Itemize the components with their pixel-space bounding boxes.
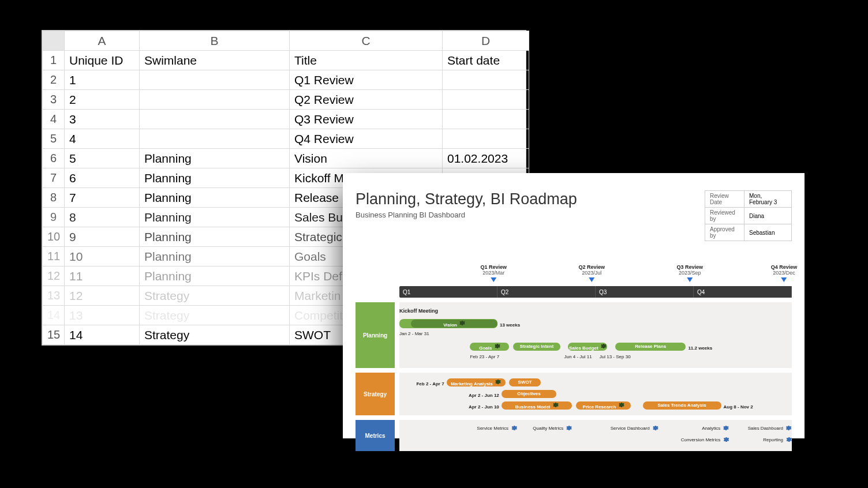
meta-key: Review Date	[705, 191, 744, 208]
col-header-C[interactable]: C	[290, 31, 443, 51]
lane-row: Jan 2 - Mar 31	[399, 330, 792, 340]
cell[interactable]	[443, 129, 529, 149]
lane-row: Conversion MetricsReporting	[399, 436, 792, 446]
task-bar[interactable]: Sales Trends AnalysisAug 8 - Nov 2	[643, 401, 721, 410]
cell[interactable]: Planning	[140, 227, 290, 247]
table-row: 5 4 Q4 Review	[43, 129, 529, 149]
metric-chip[interactable]: Service Dashboard	[611, 425, 659, 431]
cell[interactable]: Q2 Review	[290, 90, 443, 110]
cell[interactable]: Q3 Review	[290, 110, 443, 129]
cell[interactable]: 5	[65, 149, 140, 168]
cell[interactable]	[140, 129, 290, 149]
lane-row: Marketing Analysis Feb 2 - Apr 7SWOT	[399, 377, 792, 388]
cell[interactable]: Planning	[140, 247, 290, 266]
cell[interactable]: Unique ID	[65, 51, 140, 70]
lane-row: Goals Strategic IntentSales Budget Relea…	[399, 341, 792, 352]
cell[interactable]: 14	[65, 325, 140, 345]
column-header-row: A B C D	[43, 31, 529, 51]
row-header[interactable]: 11	[43, 247, 65, 266]
col-header-B[interactable]: B	[140, 31, 290, 51]
row-header[interactable]: 1	[43, 51, 65, 70]
row-header[interactable]: 15	[43, 325, 65, 345]
roadmap-title: Planning, Strategy, BI Roadmap	[356, 190, 577, 208]
row-header[interactable]: 12	[43, 266, 65, 286]
cell[interactable]: 7	[65, 188, 140, 208]
gear-icon	[652, 425, 659, 431]
task-bar[interactable]: SWOT	[509, 378, 540, 386]
cell[interactable]: Strategy	[140, 286, 290, 306]
milestone-title: Q1 Review	[480, 264, 507, 270]
cell[interactable]: 6	[65, 168, 140, 188]
milestone-marker-icon	[781, 277, 787, 282]
metric-chip[interactable]: Analytics	[702, 425, 729, 431]
row-header[interactable]: 8	[43, 188, 65, 208]
row-header[interactable]: 13	[43, 286, 65, 306]
milestone: Q3 Review 2023/Sep	[676, 264, 703, 282]
task-bar[interactable]: Strategic Intent	[513, 343, 560, 351]
col-header-A[interactable]: A	[65, 31, 140, 51]
cell[interactable]	[443, 110, 529, 129]
cell[interactable]: Planning	[140, 188, 290, 208]
cell[interactable]: Planning	[140, 208, 290, 227]
milestone-title: Q4 Review	[771, 264, 798, 270]
task-bar[interactable]: Marketing Analysis Feb 2 - Apr 7	[447, 378, 506, 386]
cell[interactable]: 10	[65, 247, 140, 266]
cell[interactable]: Q1 Review	[290, 70, 443, 90]
metric-chip[interactable]: Service Metrics	[477, 425, 517, 431]
cell[interactable]	[140, 90, 290, 110]
task-bar[interactable]: Vision 13 weeks	[411, 320, 497, 328]
row-header[interactable]: 7	[43, 168, 65, 188]
metric-chip[interactable]: Conversion Metrics	[681, 436, 729, 443]
col-header-D[interactable]: D	[443, 31, 529, 51]
swimlane-body: Kickoff MeetingVision 13 weeksJan 2 - Ma…	[399, 302, 792, 368]
chip-label: Sales Dashboard	[748, 426, 783, 431]
milestone: Q4 Review 2023/Dec	[771, 264, 798, 282]
cell[interactable]: 3	[65, 110, 140, 129]
cell[interactable]: 11	[65, 266, 140, 286]
cell[interactable]: Vision	[290, 149, 443, 168]
cell[interactable]: Title	[290, 51, 443, 70]
cell[interactable]	[140, 70, 290, 90]
task-bar[interactable]: Business Model Apr 2 - Jun 10	[502, 401, 572, 410]
metric-chip[interactable]: Reporting	[763, 436, 792, 443]
cell[interactable]: 12	[65, 286, 140, 306]
cell[interactable]: 4	[65, 129, 140, 149]
task-bar[interactable]: Release Plans11.2 weeks	[615, 343, 686, 351]
cell[interactable]: Planning	[140, 266, 290, 286]
cell[interactable]: 9	[65, 227, 140, 247]
cell[interactable]: 8	[65, 208, 140, 227]
cell[interactable]: Start date	[443, 51, 529, 70]
row-header[interactable]: 2	[43, 70, 65, 90]
gear-icon	[722, 436, 729, 443]
cell[interactable]: 2	[65, 90, 140, 110]
task-bar[interactable]: Price Research	[576, 401, 631, 410]
row-header[interactable]: 6	[43, 149, 65, 168]
cell[interactable]: Strategy	[140, 325, 290, 345]
cell[interactable]	[140, 110, 290, 129]
row-header[interactable]: 5	[43, 129, 65, 149]
metric-chip[interactable]: Quality Metrics	[533, 425, 572, 431]
select-all-corner[interactable]	[43, 31, 65, 51]
task-bar[interactable]: ObjectivesApr 2 - Jun 12	[502, 390, 556, 398]
row-header[interactable]: 3	[43, 90, 65, 110]
cell[interactable]	[443, 70, 529, 90]
cell[interactable]	[443, 90, 529, 110]
cell[interactable]: Planning	[140, 149, 290, 168]
meta-value: Sebastian	[744, 224, 792, 241]
task-bar[interactable]: Goals	[470, 343, 509, 351]
cell[interactable]: 1	[65, 70, 140, 90]
task-bar[interactable]: Sales Budget	[568, 343, 607, 351]
row-header[interactable]: 4	[43, 110, 65, 129]
bar-duration-label: Aug 8 - Nov 2	[721, 403, 753, 411]
bar-date-label: Apr 2 - Jun 12	[469, 392, 502, 400]
metric-chip[interactable]: Sales Dashboard	[748, 425, 792, 431]
cell[interactable]: Swimlane	[140, 51, 290, 70]
cell[interactable]: 01.02.2023	[443, 149, 529, 168]
cell[interactable]: 13	[65, 306, 140, 325]
row-header[interactable]: 14	[43, 306, 65, 325]
row-header[interactable]: 9	[43, 208, 65, 227]
row-header[interactable]: 10	[43, 227, 65, 247]
cell[interactable]: Strategy	[140, 306, 290, 325]
cell[interactable]: Planning	[140, 168, 290, 188]
cell[interactable]: Q4 Review	[290, 129, 443, 149]
